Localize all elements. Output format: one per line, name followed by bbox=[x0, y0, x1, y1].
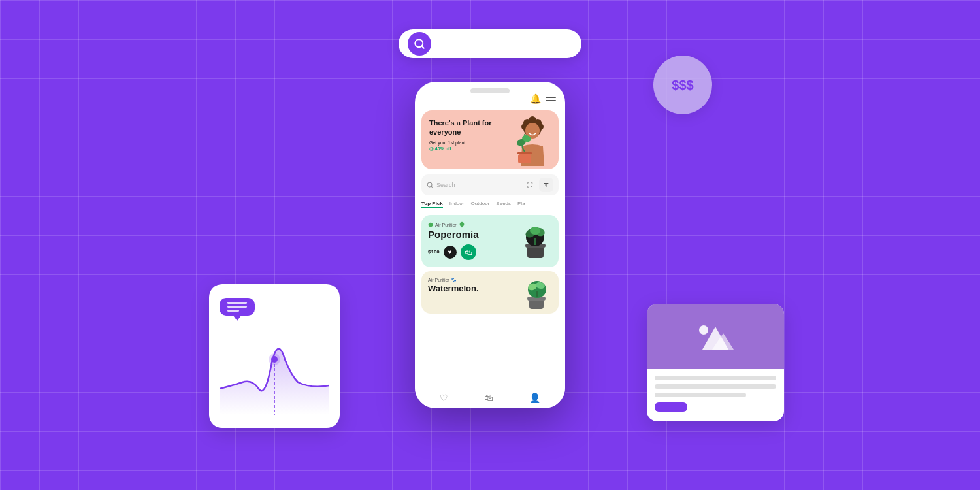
svg-rect-14 bbox=[527, 182, 529, 184]
speech-bubble bbox=[220, 298, 255, 316]
svg-point-27 bbox=[530, 227, 540, 235]
bubble-line-3 bbox=[227, 310, 239, 312]
product-price: $100 bbox=[428, 249, 440, 255]
phone-screen: 🔔 There's a Plant for everyone Get your … bbox=[415, 82, 565, 408]
nav-heart-icon[interactable]: ♡ bbox=[440, 393, 448, 403]
phone-bottom-nav: ♡ 🛍 👤 bbox=[415, 387, 565, 408]
floating-search-bar[interactable] bbox=[399, 29, 581, 58]
svg-line-1 bbox=[421, 46, 423, 48]
svg-rect-15 bbox=[531, 182, 532, 184]
category-indoor[interactable]: Indoor bbox=[449, 201, 465, 208]
menu-icon[interactable] bbox=[546, 97, 556, 101]
content-card-button[interactable] bbox=[655, 402, 687, 412]
svg-point-40 bbox=[699, 325, 708, 335]
bell-icon: 🔔 bbox=[530, 93, 540, 104]
search-circle-icon bbox=[408, 32, 431, 56]
mountain-icon bbox=[696, 320, 735, 353]
svg-rect-9 bbox=[518, 154, 531, 163]
svg-line-13 bbox=[431, 186, 433, 188]
content-line-2 bbox=[655, 384, 776, 389]
content-card-body bbox=[647, 369, 784, 418]
category-top-pick[interactable]: Top Pick bbox=[421, 201, 443, 208]
svg-rect-16 bbox=[527, 186, 529, 188]
phone-search-placeholder: Search bbox=[436, 182, 523, 188]
product2-plant-image bbox=[521, 275, 553, 311]
product-card-watermelon: Air Purifier 🐾 Watermelon. bbox=[421, 271, 559, 314]
phone-mockup: 🔔 There's a Plant for everyone Get your … bbox=[415, 82, 565, 408]
chart-svg bbox=[220, 323, 329, 415]
content-card-image bbox=[647, 304, 784, 369]
filter-button[interactable] bbox=[539, 178, 553, 192]
banner-title: There's a Plant for everyone bbox=[429, 118, 495, 137]
bubble-line-2 bbox=[227, 306, 247, 308]
phone-search-bar[interactable]: Search bbox=[421, 174, 559, 195]
wishlist-button[interactable]: ♥ bbox=[444, 246, 457, 259]
content-line-1 bbox=[655, 376, 776, 380]
chart-area bbox=[220, 323, 329, 415]
product-card-poperomia: Air Purifier Poperomia $100 ♥ 🛍 bbox=[421, 215, 559, 267]
content-line-3 bbox=[655, 393, 746, 397]
phone-banner: There's a Plant for everyone Get your 1s… bbox=[421, 110, 559, 169]
banner-person-image bbox=[506, 110, 559, 169]
scan-icon bbox=[527, 182, 533, 188]
svg-point-12 bbox=[427, 182, 432, 187]
add-to-cart-button[interactable]: 🛍 bbox=[461, 244, 476, 260]
svg-line-17 bbox=[531, 186, 532, 188]
svg-point-21 bbox=[429, 223, 433, 227]
product-plant-image bbox=[517, 219, 553, 261]
category-pla[interactable]: Pla bbox=[517, 201, 525, 208]
category-outdoor[interactable]: Outdoor bbox=[470, 201, 489, 208]
money-badge: $$$ bbox=[653, 56, 712, 114]
nav-person-icon[interactable]: 👤 bbox=[529, 393, 540, 403]
phone-categories: Top Pick Indoor Outdoor Seeds Pla bbox=[415, 198, 565, 211]
phone-topbar: 🔔 bbox=[415, 82, 565, 108]
center-stage: $$$ 🔔 There's a Plant for everyone Get y… bbox=[320, 49, 660, 441]
chart-card bbox=[209, 284, 340, 428]
category-seeds[interactable]: Seeds bbox=[496, 201, 511, 208]
phone-notch bbox=[470, 88, 510, 93]
svg-point-37 bbox=[269, 353, 280, 365]
bubble-lines bbox=[227, 302, 247, 312]
nav-bag-icon[interactable]: 🛍 bbox=[484, 393, 493, 403]
content-card bbox=[647, 304, 784, 421]
bubble-line-1 bbox=[227, 302, 247, 304]
